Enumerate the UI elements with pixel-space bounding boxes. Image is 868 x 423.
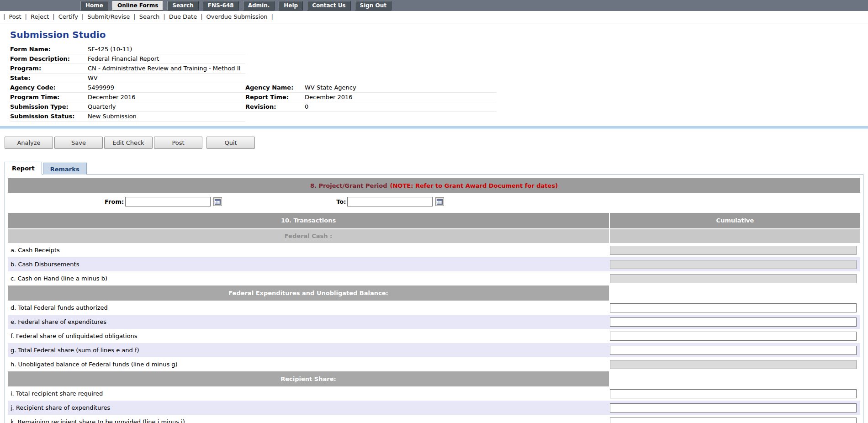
table-row: i. Total recipient share required	[8, 386, 860, 401]
info-label: Program:	[10, 64, 88, 74]
info-label: Submission Status:	[10, 112, 88, 122]
grant-period-title: 8. Project/Grant Period	[310, 182, 387, 189]
row-label: d. Total Federal funds authorized	[8, 304, 609, 311]
from-date-input[interactable]	[125, 197, 211, 206]
info-value: Quarterly	[88, 102, 245, 112]
cumulative-input-unliquidated-obligations[interactable]	[610, 332, 857, 341]
info-row-form-description: Form Description: Federal Financial Repo…	[10, 54, 868, 64]
info-label: Report Time:	[245, 93, 305, 102]
info-value: December 2016	[88, 93, 245, 102]
submission-menu-bar: Post Reject Certify Submit/Revise Search…	[0, 11, 868, 23]
menu-item-overdue-submission[interactable]: Overdue Submission	[206, 13, 277, 20]
report-panel: 8. Project/Grant Period (NOTE: Refer to …	[5, 174, 863, 423]
edit-check-button[interactable]: Edit Check	[104, 137, 153, 149]
to-calendar-button[interactable]	[435, 197, 444, 206]
info-row-form-name: Form Name: SF-425 (10-11)	[10, 45, 868, 54]
nav-search-button[interactable]: Search	[167, 1, 198, 11]
cumulative-input-cash-receipts	[610, 246, 857, 255]
row-label: g. Total Federal share (sum of lines e a…	[8, 347, 609, 354]
tab-report[interactable]: Report	[5, 162, 42, 174]
cumulative-input-share-expenditures[interactable]	[610, 317, 857, 327]
table-header-row: 10. Transactions Cumulative	[8, 213, 860, 228]
info-value: SF-425 (10-11)	[88, 45, 245, 54]
row-label: i. Total recipient share required	[8, 390, 609, 397]
menu-item-search[interactable]: Search	[139, 13, 169, 20]
row-label: e. Federal share of expenditures	[8, 318, 609, 325]
info-label: Form Name:	[10, 45, 88, 54]
cumulative-input-cash-on-hand	[610, 274, 857, 283]
info-row-program: Program: CN - Administrative Review and …	[10, 64, 868, 74]
row-label: h. Unobligated balance of Federal funds …	[8, 361, 609, 368]
section-header-recipient-share: Recipient Share:	[8, 371, 860, 386]
table-row: k. Remaining recipient share to be provi…	[8, 415, 860, 423]
calendar-icon	[215, 199, 221, 205]
info-value: December 2016	[305, 93, 497, 102]
save-button[interactable]: Save	[54, 137, 103, 149]
nav-online-forms-button[interactable]: Online Forms	[112, 1, 163, 11]
table-row: g. Total Federal share (sum of lines e a…	[8, 343, 860, 357]
divider	[0, 126, 868, 129]
table-row: b. Cash Disbursements	[8, 257, 860, 271]
row-label: c. Cash on Hand (line a minus b)	[8, 275, 609, 282]
nav-home-button[interactable]: Home	[80, 1, 108, 11]
nav-admin-button[interactable]: Admin.	[243, 1, 275, 11]
from-calendar-button[interactable]	[213, 197, 222, 206]
table-row: a. Cash Receipts	[8, 243, 860, 257]
info-value: New Submission	[88, 112, 245, 122]
menu-item-reject[interactable]: Reject	[31, 13, 58, 20]
section-header-federal-expenditures: Federal Expenditures and Unobligated Bal…	[8, 286, 860, 301]
row-label: j. Recipient share of expenditures	[8, 404, 609, 411]
nav-sign-out-button[interactable]: Sign Out	[355, 1, 392, 11]
transactions-column-header: 10. Transactions	[8, 213, 609, 228]
cumulative-input-recipient-share-required[interactable]	[610, 389, 857, 398]
info-label: Form Description:	[10, 54, 88, 64]
menu-item-post[interactable]: Post	[9, 13, 31, 20]
to-date-input[interactable]	[347, 197, 433, 206]
info-label: Agency Code:	[10, 83, 88, 93]
info-label: Agency Name:	[245, 83, 305, 93]
info-row-state: State: WV	[10, 74, 868, 83]
top-nav-bar: Home Online Forms Search FNS-648 Admin. …	[0, 0, 868, 11]
post-button[interactable]: Post	[154, 137, 202, 149]
info-label: Program Time:	[10, 93, 88, 102]
tab-bar: Report Remarks	[5, 162, 868, 174]
info-label: Revision:	[245, 102, 305, 112]
table-row: e. Federal share of expenditures	[8, 315, 860, 329]
info-value: CN - Administrative Review and Training …	[88, 64, 245, 74]
cumulative-input-funds-authorized[interactable]	[610, 303, 857, 312]
cumulative-input-remaining-recipient-share[interactable]	[610, 418, 857, 423]
section-label: Federal Expenditures and Unobligated Bal…	[8, 286, 609, 301]
analyze-button[interactable]: Analyze	[5, 137, 53, 149]
cumulative-input-recipient-share-expenditures[interactable]	[610, 403, 857, 412]
quit-button[interactable]: Quit	[206, 137, 255, 149]
cumulative-column-header: Cumulative	[610, 213, 860, 228]
grant-period-header: 8. Project/Grant Period (NOTE: Refer to …	[8, 178, 860, 193]
info-value: WV	[88, 74, 245, 83]
nav-fns648-button[interactable]: FNS-648	[203, 1, 239, 11]
info-row-time: Program Time: December 2016 Report Time:…	[10, 93, 868, 102]
table-row: j. Recipient share of expenditures	[8, 401, 860, 415]
nav-help-button[interactable]: Help	[279, 1, 303, 11]
menu-item-submit-revise[interactable]: Submit/Revise	[87, 13, 139, 20]
cumulative-input-total-federal-share[interactable]	[610, 346, 857, 355]
grant-period-note: (NOTE: Refer to Grant Award Document for…	[390, 182, 558, 189]
info-label: State:	[10, 74, 88, 83]
menu-item-certify[interactable]: Certify	[58, 13, 88, 20]
info-value: 0	[305, 102, 497, 112]
form-info: Form Name: SF-425 (10-11) Form Descripti…	[10, 45, 868, 122]
calendar-icon	[437, 199, 443, 205]
info-value: WV State Agency	[305, 83, 497, 93]
section-label: Federal Cash :	[8, 229, 609, 243]
table-row: c. Cash on Hand (line a minus b)	[8, 271, 860, 286]
menu-item-due-date[interactable]: Due Date	[169, 13, 206, 20]
section-label: Recipient Share:	[8, 371, 609, 386]
table-row: f. Federal share of unliquidated obligat…	[8, 329, 860, 343]
info-value: Federal Financial Report	[88, 54, 245, 64]
tab-remarks[interactable]: Remarks	[43, 163, 87, 174]
nav-contact-us-button[interactable]: Contact Us	[307, 1, 350, 11]
info-label: Submission Type:	[10, 102, 88, 112]
section-header-federal-cash: Federal Cash :	[8, 229, 860, 243]
row-label: f. Federal share of unliquidated obligat…	[8, 333, 609, 339]
info-row-agency: Agency Code: 5499999 Agency Name: WV Sta…	[10, 83, 868, 93]
info-value: 5499999	[88, 83, 245, 93]
